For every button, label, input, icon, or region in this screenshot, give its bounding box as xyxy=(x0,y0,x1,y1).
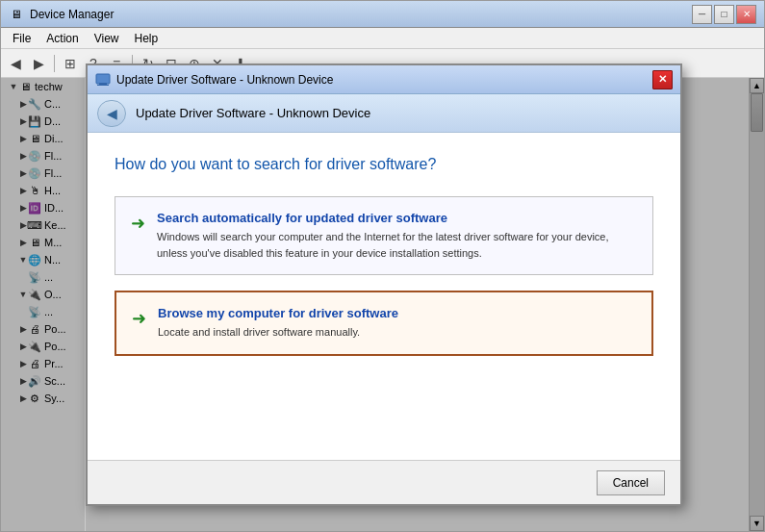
grid-toolbar-btn[interactable]: ⊞ xyxy=(60,53,81,74)
close-button[interactable]: ✕ xyxy=(736,5,756,24)
dialog-title-bar: Update Driver Software - Unknown Device … xyxy=(88,78,680,94)
title-bar: 🖥 Device Manager ─ □ ✕ xyxy=(1,1,764,28)
dialog-nav-title: Update Driver Software - Unknown Device xyxy=(136,106,370,120)
option-manual-arrow: ➜ xyxy=(132,308,146,329)
dialog-nav: ◀ Update Driver Software - Unknown Devic… xyxy=(88,94,680,133)
dialog-question: How do you want to search for driver sof… xyxy=(115,156,653,173)
menu-action[interactable]: Action xyxy=(38,29,86,48)
tree-overlay xyxy=(1,78,85,531)
toolbar-separator-1 xyxy=(54,55,55,72)
svg-rect-1 xyxy=(99,83,107,85)
option-auto-desc: Windows will search your computer and th… xyxy=(157,229,637,261)
option-manual-title: Browse my computer for driver software xyxy=(158,306,398,320)
dialog-footer: Cancel xyxy=(88,460,680,504)
main-area: ▼ 🖥 techw ▶ 🔧 C... ▶ 💾 D... ▶ 🖥 Di... ▶ xyxy=(1,78,764,531)
window-title: Device Manager xyxy=(30,8,692,21)
window-icon: 🖥 xyxy=(9,7,24,22)
dialog-title-text: Update Driver Software - Unknown Device xyxy=(116,78,333,87)
dialog-title-icon xyxy=(95,78,111,88)
dialog-content: How do you want to search for driver sof… xyxy=(88,133,680,460)
cancel-button[interactable]: Cancel xyxy=(597,470,665,495)
menu-help[interactable]: Help xyxy=(127,29,166,48)
maximize-button[interactable]: □ xyxy=(714,5,734,24)
update-driver-dialog: Update Driver Software - Unknown Device … xyxy=(86,78,682,506)
device-manager-window: 🖥 Device Manager ─ □ ✕ File Action View … xyxy=(0,0,765,532)
option-auto-arrow: ➜ xyxy=(131,213,145,234)
option-manual-desc: Locate and install driver software manua… xyxy=(158,324,398,341)
minimize-button[interactable]: ─ xyxy=(692,5,712,24)
title-bar-buttons: ─ □ ✕ xyxy=(692,5,756,24)
menu-view[interactable]: View xyxy=(87,29,127,48)
option-auto-title: Search automatically for updated driver … xyxy=(157,211,637,225)
back-toolbar-btn[interactable]: ◀ xyxy=(5,53,26,74)
dialog-back-button[interactable]: ◀ xyxy=(97,100,126,127)
menu-file[interactable]: File xyxy=(5,29,38,48)
menu-bar: File Action View Help xyxy=(1,28,764,49)
option-manual-text: Browse my computer for driver software L… xyxy=(158,306,398,341)
svg-rect-2 xyxy=(97,85,109,86)
option-auto-search[interactable]: ➜ Search automatically for updated drive… xyxy=(115,196,653,275)
option-auto-text: Search automatically for updated driver … xyxy=(157,211,637,261)
forward-toolbar-btn[interactable]: ▶ xyxy=(28,53,49,74)
tree-panel: ▼ 🖥 techw ▶ 🔧 C... ▶ 💾 D... ▶ 🖥 Di... ▶ xyxy=(1,78,86,531)
option-manual-browse[interactable]: ➜ Browse my computer for driver software… xyxy=(115,291,653,356)
dialog-close-button[interactable]: ✕ xyxy=(652,78,673,89)
